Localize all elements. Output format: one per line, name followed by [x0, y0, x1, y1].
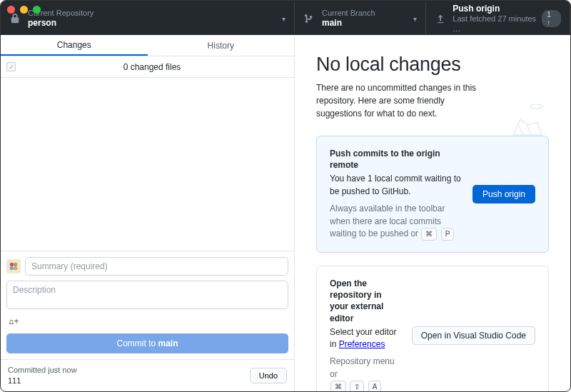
kbd-p: P	[441, 228, 455, 241]
commit-form: ⩍+ Commit to main	[1, 251, 294, 359]
tab-history-label: History	[208, 41, 234, 51]
maximize-window-button[interactable]	[33, 6, 41, 14]
commit-description-input[interactable]	[6, 281, 288, 309]
commit-button[interactable]: Commit to main	[6, 333, 288, 353]
app-window: Current Repository person ▾ Current Bran…	[0, 0, 571, 392]
svg-point-3	[14, 266, 17, 270]
changed-files-count: 0 changed files	[16, 62, 288, 72]
git-branch-icon	[303, 14, 315, 24]
undo-button[interactable]: Undo	[250, 368, 287, 383]
push-card-hint: Always available in the toolbar when the…	[330, 203, 463, 241]
chevron-down-icon: ▾	[413, 15, 417, 23]
current-repository-dropdown[interactable]: Current Repository person ▾	[1, 2, 295, 35]
add-coauthor-button[interactable]: ⩍+	[6, 314, 22, 328]
lock-icon	[9, 14, 21, 24]
push-origin-toolbar-button[interactable]: Push origin Last fetched 27 minutes … 1 …	[426, 2, 570, 35]
push-card-desc: You have 1 local commit waiting to be pu…	[330, 173, 463, 198]
editor-card-desc: Select your editor in Preferences	[330, 326, 402, 351]
no-changes-heading: No local changes	[316, 54, 549, 76]
changes-header: ✓ 0 changed files	[1, 56, 294, 78]
avatar	[6, 259, 21, 273]
push-up-icon	[435, 14, 445, 24]
svg-point-2	[10, 266, 14, 270]
editor-card-title: Open the repository in your external edi…	[330, 278, 402, 324]
svg-point-1	[14, 263, 17, 266]
current-branch-dropdown[interactable]: Current Branch main ▾	[295, 2, 426, 35]
push-sub: Last fetched 27 minutes …	[453, 14, 542, 34]
left-tabs: Changes History	[1, 35, 294, 56]
toolbar: Current Repository person ▾ Current Bran…	[1, 1, 570, 35]
select-all-checkbox[interactable]: ✓	[6, 62, 16, 71]
editor-card-hint: Repository menu or ⌘ ⇧ A	[330, 356, 402, 391]
minimize-window-button[interactable]	[20, 6, 28, 14]
svg-point-0	[10, 263, 14, 266]
right-panel: No local changes There are no uncommitte…	[295, 35, 570, 391]
push-origin-button[interactable]: Push origin	[473, 185, 535, 203]
left-panel: Changes History ✓ 0 changed files ⩍+	[1, 35, 295, 391]
window-controls	[7, 6, 41, 14]
editor-card: Open the repository in your external edi…	[316, 266, 549, 391]
svg-point-4	[530, 104, 542, 109]
recent-commit-title: 111	[8, 376, 77, 386]
file-list	[1, 78, 294, 251]
chevron-down-icon: ▾	[282, 15, 286, 23]
kbd-cmd: ⌘	[421, 228, 437, 241]
commit-summary-input[interactable]	[25, 257, 288, 276]
tab-changes[interactable]: Changes	[1, 35, 148, 56]
branch-label: Current Branch	[322, 9, 375, 19]
recent-commit-time: Committed just now	[8, 365, 77, 376]
tab-changes-label: Changes	[57, 40, 91, 50]
push-count-badge: 1 ↑	[542, 10, 561, 27]
branch-name: main	[322, 18, 375, 29]
main-body: Changes History ✓ 0 changed files ⩍+	[1, 35, 570, 391]
tab-history[interactable]: History	[148, 35, 295, 56]
illustration	[499, 99, 549, 144]
push-card: Push commits to the origin remote You ha…	[316, 136, 549, 253]
kbd-cmd: ⌘	[330, 381, 346, 391]
no-changes-subtitle: There are no uncommitted changes in this…	[316, 81, 487, 120]
open-editor-button[interactable]: Open in Visual Studio Code	[412, 326, 535, 345]
repo-name: person	[28, 18, 94, 29]
kbd-a: A	[368, 381, 382, 391]
close-window-button[interactable]	[7, 6, 15, 14]
kbd-shift: ⇧	[350, 381, 364, 391]
push-card-title: Push commits to the origin remote	[330, 148, 463, 171]
preferences-link[interactable]: Preferences	[339, 339, 385, 349]
push-label: Push origin	[453, 4, 542, 14]
recent-commit-bar: Committed just now 111 Undo	[1, 359, 294, 391]
